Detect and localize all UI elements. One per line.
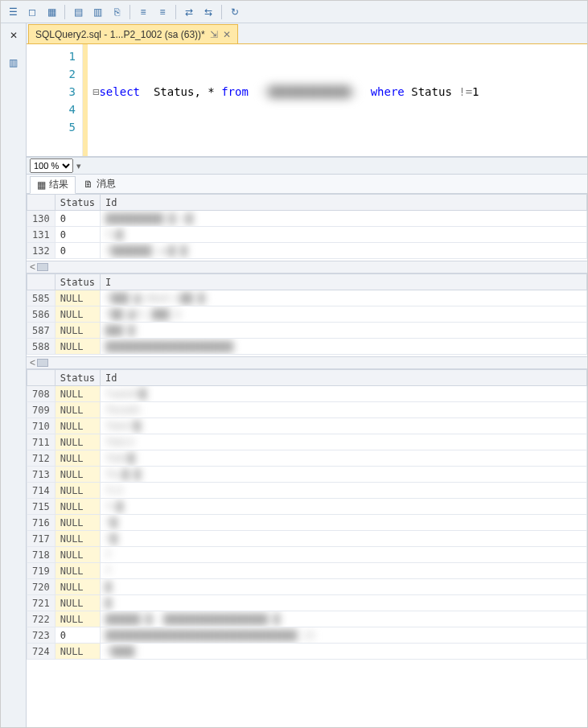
row-number[interactable]: 723 — [27, 627, 56, 644]
cell-id[interactable]: ██████████ █ b█ — [101, 211, 587, 227]
row-number[interactable]: 720 — [27, 579, 56, 595]
cell-id[interactable]: fc3 — [101, 483, 587, 499]
toolbar-btn-6[interactable]: ⎘ — [108, 3, 125, 21]
table-row[interactable]: 588NULL██████████████████████ — [27, 339, 587, 355]
table-row[interactable]: 718NULLf — [27, 547, 587, 563]
cell-id[interactable]: █ — [101, 595, 587, 611]
table-row[interactable]: 585NULLf███ ▇-08e9-b██ █- — [27, 290, 587, 306]
row-number[interactable]: 715 — [27, 499, 56, 515]
row-number[interactable]: 132 — [27, 243, 56, 259]
row-number[interactable]: 717 — [27, 531, 56, 547]
cell-status[interactable]: NULL — [55, 644, 100, 660]
row-number[interactable]: 711 — [27, 434, 56, 450]
row-number[interactable]: 130 — [27, 211, 56, 227]
cell-status[interactable]: NULL — [55, 418, 100, 434]
row-number[interactable]: 718 — [27, 547, 56, 563]
results-pane[interactable]: StatusId1300██████████ █ b█1310fa█1320f█… — [27, 194, 587, 727]
toolbar-btn-5[interactable]: ▥ — [88, 3, 106, 21]
zoom-select[interactable]: 100 % — [30, 158, 73, 173]
table-row[interactable]: 714NULLfc3 — [27, 483, 587, 499]
table-row[interactable]: 722NULL██████ █- ██████████████████ █ — [27, 611, 587, 627]
cell-id[interactable]: f█ — [101, 515, 587, 531]
cell-status[interactable]: NULL — [55, 611, 100, 627]
cell-id[interactable]: f████ — [101, 644, 587, 660]
cell-id[interactable]: █ — [101, 579, 587, 595]
tab-results[interactable]: ▦ 结果 — [30, 176, 76, 194]
cell-id[interactable]: faeb49█ — [101, 386, 587, 402]
cell-id[interactable]: ██████ █- ██████████████████ █ — [101, 611, 587, 627]
cell-id[interactable]: f — [101, 563, 587, 579]
cell-id[interactable]: f██ ▇fc-███ 6 — [101, 306, 587, 323]
cell-id[interactable]: ███ █ — [101, 323, 587, 339]
table-row[interactable]: 7230█████████████████████████████████ 13 — [27, 627, 587, 644]
rownum-header[interactable] — [27, 195, 56, 211]
close-tab-icon[interactable]: ✕ — [223, 29, 231, 40]
row-number[interactable]: 716 — [27, 515, 56, 531]
table-row[interactable]: 716NULLf█ — [27, 515, 587, 531]
cell-status[interactable]: NULL — [55, 290, 100, 306]
table-row[interactable]: 713NULLfbc█ █ — [27, 467, 587, 483]
cell-status[interactable]: NULL — [55, 531, 100, 547]
toolbar-btn-3[interactable]: ▦ — [43, 3, 60, 21]
cell-status[interactable]: NULL — [55, 563, 100, 579]
toolbar-indent-right[interactable]: ≡ — [154, 3, 171, 21]
row-number[interactable]: 709 — [27, 402, 56, 418]
table-row[interactable]: 1310fa█ — [27, 227, 587, 243]
cell-status[interactable]: 0 — [55, 243, 100, 259]
table-row[interactable]: 720NULL█ — [27, 579, 587, 595]
cell-status[interactable]: NULL — [55, 595, 100, 611]
cell-status[interactable]: NULL — [55, 547, 100, 563]
row-number[interactable]: 588 — [27, 339, 56, 355]
code-line-2[interactable] — [93, 136, 582, 154]
row-number[interactable]: 713 — [27, 467, 56, 483]
cell-status[interactable]: NULL — [55, 339, 100, 355]
gutter-close-icon[interactable]: ✕ — [5, 27, 23, 44]
pin-icon[interactable]: ⇲ — [210, 29, 218, 40]
horizontal-scrollbar[interactable]: < — [27, 356, 587, 369]
row-number[interactable]: 724 — [27, 644, 56, 660]
row-number[interactable]: 721 — [27, 595, 56, 611]
cell-id[interactable]: █████████████████████████████████ 13 — [101, 627, 587, 644]
cell-id[interactable]: f███ ▇-08e9-b██ █- — [101, 290, 587, 306]
table-row[interactable]: 1320f███████ ae█ █ — [27, 243, 587, 259]
cell-id[interactable]: f█ — [101, 531, 587, 547]
cell-status[interactable]: NULL — [55, 579, 100, 595]
row-number[interactable]: 712 — [27, 450, 56, 467]
cell-id[interactable]: fa█ — [101, 227, 587, 243]
table-row[interactable]: 1300██████████ █ b█ — [27, 211, 587, 227]
cell-id[interactable]: fb813 — [101, 434, 587, 450]
toolbar-btn-2[interactable]: ◻ — [23, 3, 41, 21]
table-row[interactable]: 709NULLfb2e85 — [27, 402, 587, 418]
row-number[interactable]: 722 — [27, 611, 56, 627]
cell-status[interactable]: NULL — [55, 402, 100, 418]
table-row[interactable]: 717NULLf█ — [27, 531, 587, 547]
rownum-header[interactable] — [27, 274, 56, 290]
cell-id[interactable]: f — [101, 547, 587, 563]
cell-status[interactable]: NULL — [55, 499, 100, 515]
result-grid-3[interactable]: StatusId708NULLfaeb49█709NULLfb2e85710NU… — [27, 369, 587, 660]
table-row[interactable]: 712NULLfb85█ — [27, 450, 587, 467]
row-number[interactable]: 131 — [27, 227, 56, 243]
row-number[interactable]: 710 — [27, 418, 56, 434]
row-number[interactable]: 586 — [27, 306, 56, 323]
cell-id[interactable]: fbc█ █ — [101, 467, 587, 483]
cell-status[interactable]: NULL — [55, 386, 100, 402]
toolbar-swap-2[interactable]: ⇆ — [199, 3, 217, 21]
column-header[interactable]: Id — [101, 370, 587, 386]
cell-status[interactable]: 0 — [55, 211, 100, 227]
cell-id[interactable]: ██████████████████████ — [101, 339, 587, 355]
table-row[interactable]: 708NULLfaeb49█ — [27, 386, 587, 402]
table-row[interactable]: 586NULLf██ ▇fc-███ 6 — [27, 306, 587, 323]
cell-id[interactable]: fb85█ — [101, 450, 587, 467]
cell-status[interactable]: NULL — [55, 483, 100, 499]
cell-id[interactable]: fc█ — [101, 499, 587, 515]
table-row[interactable]: 724NULLf████ — [27, 644, 587, 660]
cell-status[interactable]: 0 — [55, 627, 100, 644]
cell-id[interactable]: f███████ ae█ █ — [101, 243, 587, 259]
cell-status[interactable]: NULL — [55, 306, 100, 323]
row-number[interactable]: 714 — [27, 483, 56, 499]
cell-status[interactable]: NULL — [55, 515, 100, 531]
code-editor[interactable]: 12345 ⊟select Status, * from C██████████… — [27, 44, 587, 157]
code-line-1[interactable]: ⊟select Status, * from C████████████s wh… — [93, 83, 582, 101]
row-number[interactable]: 719 — [27, 563, 56, 579]
